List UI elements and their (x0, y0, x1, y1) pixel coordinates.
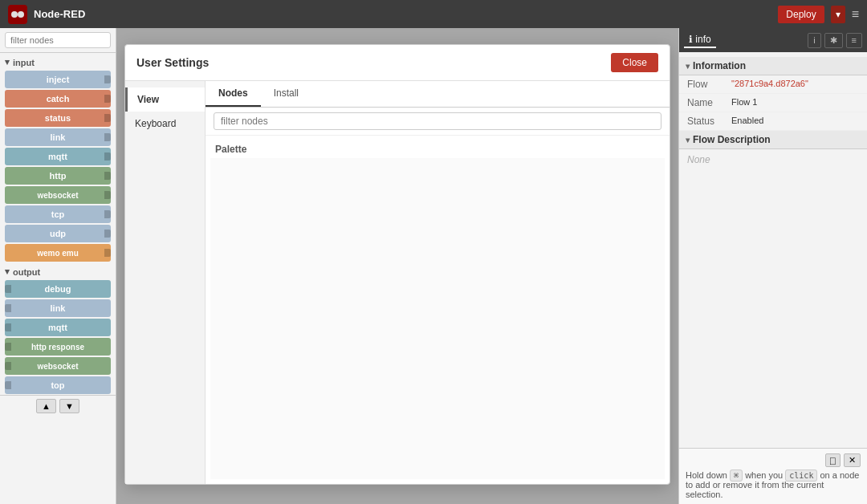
node-catch: catch (5, 90, 111, 108)
right-panel: ℹ info i ✱ ≡ ▾ Information Flow "2871c9a… (678, 28, 867, 504)
port-right (104, 172, 111, 180)
port-right (104, 75, 111, 83)
right-panel-tabs: ℹ info i ✱ ≡ (679, 28, 867, 52)
node-tcp-in: tcp (5, 205, 111, 223)
modal-sidebar-item-keyboard[interactable]: Keyboard (125, 112, 205, 136)
node-item-udp-in[interactable]: udp (3, 225, 112, 242)
flow-desc-section-header: ▾ Flow Description (679, 131, 867, 149)
modal-title: User Settings (136, 56, 209, 69)
flow-desc-section-title: Flow Description (693, 134, 771, 145)
modal-header: User Settings Close (125, 45, 670, 81)
flow-desc-arrow-icon: ▾ (686, 136, 690, 144)
port-left (5, 381, 11, 389)
information-arrow-icon: ▾ (686, 62, 690, 71)
port-left (5, 343, 11, 351)
input-arrow-icon: ▾ (5, 57, 10, 67)
info-icon: ℹ (689, 34, 693, 45)
node-status: status (5, 109, 111, 127)
port-left (5, 362, 11, 370)
rp-bottom-btn-1[interactable]: ⎕ (825, 453, 841, 467)
node-item-link-out[interactable]: link (3, 299, 112, 317)
flow-value: "2871c9a4.d872a6" (731, 79, 808, 90)
sidebar-scroll-up[interactable]: ▲ (36, 399, 56, 413)
rp-btn-i[interactable]: i (808, 33, 820, 48)
sidebar-search-container (0, 28, 116, 53)
node-item-http-in[interactable]: http (3, 167, 112, 185)
port-right (104, 133, 111, 141)
node-link-out: link (5, 299, 111, 317)
hint-prefix: Hold down (686, 470, 727, 480)
status-label: Status (687, 116, 731, 127)
node-item-debug[interactable]: debug (3, 280, 112, 298)
app-title: Node-RED (34, 8, 85, 20)
node-item-top[interactable]: top (3, 376, 112, 394)
topbar-left: Node-RED (8, 5, 85, 24)
palette-content (210, 158, 665, 479)
flow-label: Flow (687, 79, 731, 90)
input-category-label: ▾ input (0, 53, 116, 70)
right-panel-bottom: ⎕ ✕ Hold down ⌘ when you click on a node… (679, 448, 867, 504)
node-item-status[interactable]: status (3, 109, 112, 127)
rp-btn-star[interactable]: ✱ (824, 33, 843, 48)
node-item-inject[interactable]: inject (3, 71, 112, 88)
menu-button[interactable]: ≡ (852, 7, 859, 22)
node-item-http-response[interactable]: http response (3, 338, 112, 356)
node-top: top (5, 376, 111, 394)
tab-install[interactable]: Install (261, 81, 311, 107)
right-panel-content: ▾ Information Flow "2871c9a4.d872a6" Nam… (679, 52, 867, 448)
node-http-in: http (5, 167, 111, 185)
modal-sidebar-item-view[interactable]: View (125, 87, 205, 112)
flow-row: Flow "2871c9a4.d872a6" (679, 75, 867, 94)
flow-desc-none: None (679, 149, 867, 170)
status-row: Status Enabled (679, 112, 867, 131)
sidebar-scroll-down[interactable]: ▼ (59, 399, 79, 413)
rp-btn-menu[interactable]: ≡ (846, 33, 862, 48)
node-red-logo (8, 5, 27, 24)
sidebar-search-input[interactable] (5, 32, 111, 48)
node-mqtt-in: mqtt (5, 148, 111, 165)
tab-nodes[interactable]: Nodes (206, 81, 261, 107)
modal-filter-input[interactable] (214, 112, 661, 130)
port-right (104, 95, 111, 103)
node-item-wemo[interactable]: wemo emu (3, 244, 112, 262)
tab-extra (311, 81, 337, 107)
node-debug: debug (5, 280, 111, 298)
hint-mid: when you (745, 470, 783, 480)
modal-sidebar: View Keyboard (125, 81, 206, 484)
modal-close-button[interactable]: Close (611, 53, 658, 72)
node-item-websocket-out[interactable]: websocket (3, 357, 112, 375)
node-websocket-in: websocket (5, 186, 111, 204)
deploy-button[interactable]: Deploy (778, 6, 824, 23)
rp-bottom-btn-2[interactable]: ✕ (844, 453, 861, 467)
node-item-link-in[interactable]: link (3, 128, 112, 146)
node-mqtt-out: mqtt (5, 319, 111, 336)
sidebar-bottom: ▲ ▼ (0, 395, 116, 417)
right-tab-info[interactable]: ℹ info (684, 32, 716, 48)
output-arrow-icon: ▾ (5, 266, 10, 277)
node-inject: inject (5, 71, 111, 88)
modal-body: View Keyboard Nodes Install P (125, 81, 670, 484)
user-settings-modal: User Settings Close View Keyboard Nodes … (124, 44, 670, 485)
node-http-response: http response (5, 338, 111, 356)
node-udp-in: udp (5, 225, 111, 242)
port-right (104, 210, 111, 218)
deploy-arrow-button[interactable]: ▾ (831, 6, 845, 23)
port-right (104, 152, 111, 161)
port-right (104, 114, 111, 122)
output-category-label: ▾ output (0, 262, 116, 279)
port-right (104, 191, 111, 199)
topbar: Node-RED Deploy ▾ ≡ (0, 0, 867, 28)
name-value: Flow 1 (731, 97, 757, 108)
node-websocket-out: websocket (5, 357, 111, 375)
modal-overlay: User Settings Close View Keyboard Nodes … (116, 28, 678, 504)
node-item-mqtt-in[interactable]: mqtt (3, 148, 112, 165)
modal-main: Nodes Install Palette (206, 81, 670, 484)
node-item-catch[interactable]: catch (3, 90, 112, 108)
information-section-header: ▾ Information (679, 57, 867, 75)
node-item-tcp-in[interactable]: tcp (3, 205, 112, 223)
name-label: Name (687, 97, 731, 108)
content-area: User Settings Close View Keyboard Nodes … (116, 28, 678, 504)
node-item-websocket-in[interactable]: websocket (3, 186, 112, 204)
rp-bottom-controls: ⎕ ✕ (686, 453, 861, 467)
node-item-mqtt-out[interactable]: mqtt (3, 319, 112, 336)
